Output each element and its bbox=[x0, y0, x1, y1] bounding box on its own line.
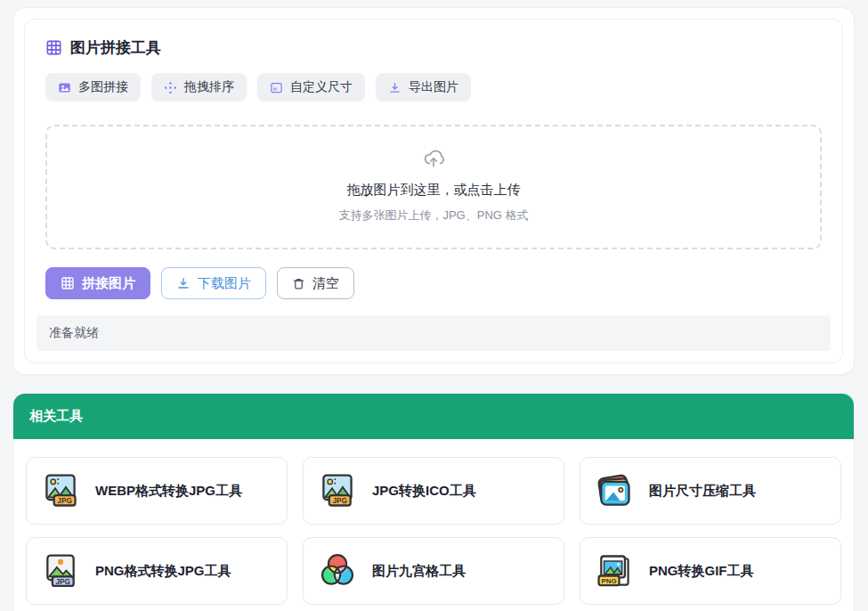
related-tool-label: PNG格式转换JPG工具 bbox=[95, 563, 231, 580]
related-tool-png-to-jpg[interactable]: JPG PNG格式转换JPG工具 bbox=[26, 537, 288, 605]
status-text: 准备就绪 bbox=[49, 325, 99, 339]
related-tool-image-resize[interactable]: 图片尺寸压缩工具 bbox=[580, 457, 841, 525]
upload-main-text: 拖放图片到这里，或点击上传 bbox=[56, 182, 811, 199]
related-tool-png-to-gif[interactable]: PNG PNG转换GIF工具 bbox=[580, 537, 841, 605]
jpg-photo-icon: JPG bbox=[318, 471, 357, 510]
page-title: 图片拼接工具 bbox=[45, 37, 822, 58]
move-icon bbox=[164, 81, 177, 94]
trash-icon bbox=[292, 277, 305, 290]
status-bar: 准备就绪 bbox=[37, 315, 831, 351]
feature-badge-drag: 拖拽排序 bbox=[151, 73, 247, 102]
related-tool-label: 图片尺寸压缩工具 bbox=[649, 483, 756, 500]
related-tool-label: JPG转换ICO工具 bbox=[372, 483, 476, 500]
jpg-photo-icon: JPG bbox=[41, 471, 80, 510]
stacked-photos-icon bbox=[595, 471, 634, 510]
related-tool-label: WEBP格式转换JPG工具 bbox=[95, 483, 242, 500]
related-tools-section: 相关工具 JPG WEBP格式转换JPG工具 bbox=[12, 393, 855, 611]
stitch-button[interactable]: 拼接图片 bbox=[45, 267, 150, 299]
page-title-text: 图片拼接工具 bbox=[70, 37, 161, 58]
feature-badges: 多图拼接 拖拽排序 bbox=[45, 73, 822, 102]
stitch-tool-card: 图片拼接工具 多图拼接 bbox=[12, 7, 855, 375]
related-tool-nine-grid[interactable]: 图片九宫格工具 bbox=[303, 537, 564, 605]
png-file-icon: PNG bbox=[595, 551, 634, 591]
panel-content: 图片拼接工具 多图拼接 bbox=[37, 37, 831, 351]
svg-text:JPG: JPG bbox=[332, 497, 347, 505]
upload-sub-text: 支持多张图片上传，JPG、PNG 格式 bbox=[56, 208, 811, 224]
grid-icon bbox=[61, 276, 75, 290]
download-icon bbox=[176, 276, 191, 290]
feature-badge-multi: 多图拼接 bbox=[45, 73, 141, 102]
related-tools-header: 相关工具 bbox=[13, 394, 854, 439]
resize-icon bbox=[270, 81, 283, 94]
cloud-upload-icon bbox=[423, 147, 444, 168]
svg-text:PNG: PNG bbox=[602, 577, 617, 585]
download-button[interactable]: 下载图片 bbox=[161, 267, 266, 299]
upload-dropzone[interactable]: 拖放图片到这里，或点击上传 支持多张图片上传，JPG、PNG 格式 bbox=[45, 125, 822, 249]
related-tools-title: 相关工具 bbox=[29, 408, 83, 423]
feature-label: 多图拼接 bbox=[78, 79, 128, 95]
download-icon bbox=[388, 81, 402, 94]
clear-button-label: 清空 bbox=[312, 275, 339, 291]
related-tool-webp-to-jpg[interactable]: JPG WEBP格式转换JPG工具 bbox=[26, 457, 288, 525]
feature-badge-size: 自定义尺寸 bbox=[257, 73, 365, 102]
svg-text:JPG: JPG bbox=[57, 497, 72, 505]
feature-badge-export: 导出图片 bbox=[376, 73, 471, 102]
clear-button[interactable]: 清空 bbox=[277, 267, 354, 299]
related-tools-grid: JPG WEBP格式转换JPG工具 JPG JPG转换ICO工具 bbox=[13, 439, 854, 611]
png-to-jpg-icon: JPG bbox=[41, 551, 80, 591]
image-icon bbox=[58, 81, 71, 94]
stitch-button-label: 拼接图片 bbox=[82, 275, 135, 291]
related-tool-jpg-to-ico[interactable]: JPG JPG转换ICO工具 bbox=[303, 457, 564, 525]
related-tool-label: PNG转换GIF工具 bbox=[649, 563, 754, 580]
grid-icon bbox=[45, 39, 62, 56]
svg-text:JPG: JPG bbox=[55, 578, 70, 586]
related-tool-label: 图片九宫格工具 bbox=[372, 563, 466, 580]
stitch-tool-panel: 图片拼接工具 多图拼接 bbox=[24, 19, 843, 363]
feature-label: 自定义尺寸 bbox=[290, 79, 353, 95]
feature-label: 拖拽排序 bbox=[184, 79, 234, 95]
feature-label: 导出图片 bbox=[409, 79, 458, 95]
rgb-circles-icon bbox=[318, 551, 357, 591]
action-buttons: 拼接图片 下载图片 bbox=[45, 267, 822, 299]
download-button-label: 下载图片 bbox=[198, 275, 251, 291]
